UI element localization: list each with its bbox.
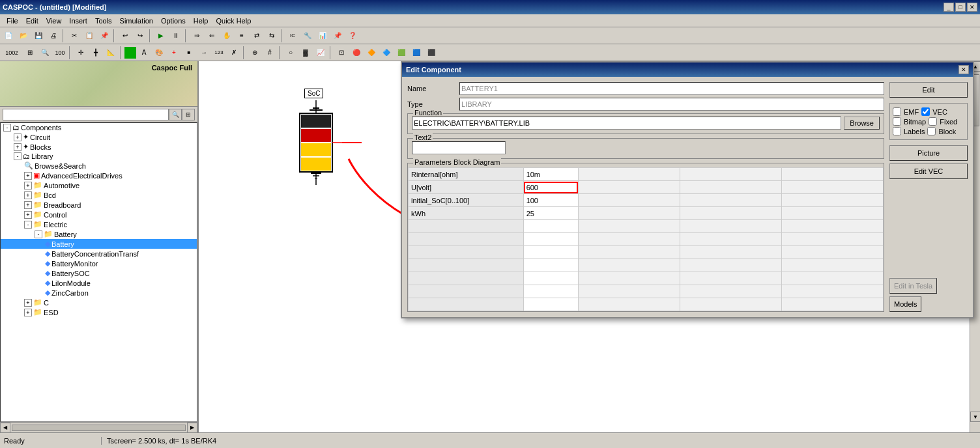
misc4[interactable]: 🟩 xyxy=(394,46,409,60)
labels-checkbox[interactable] xyxy=(893,127,901,135)
list-tool[interactable]: ≡ xyxy=(235,29,249,43)
tool-x[interactable]: ✗ xyxy=(227,46,241,60)
tree-item-batt-mon[interactable]: ◆ BatteryMonitor xyxy=(1,259,197,268)
misc1[interactable]: 🔴 xyxy=(349,46,364,60)
misc2[interactable]: 🔶 xyxy=(364,46,379,60)
text-tool[interactable]: A xyxy=(137,46,151,60)
tree-item-bread[interactable]: + 📁 Breadboard xyxy=(1,200,197,210)
ic-tool[interactable]: IC xyxy=(285,29,300,43)
tree-item-battery-folder[interactable]: - 📁 Battery xyxy=(1,229,197,239)
tree-item-blocks[interactable]: + ✦ Blocks xyxy=(1,142,197,152)
tree-item-browse[interactable]: 🔍 Browse&Search xyxy=(1,161,197,171)
scroll-right-btn[interactable]: ▶ xyxy=(187,423,197,433)
chart-tool[interactable]: 📈 xyxy=(313,46,328,60)
maximize-button[interactable]: □ xyxy=(955,3,966,12)
tree-item-circuit[interactable]: + ✦ Circuit xyxy=(1,132,197,142)
menu-view[interactable]: View xyxy=(42,16,66,26)
type-input[interactable] xyxy=(459,98,884,111)
expand-battery-folder[interactable]: - xyxy=(35,231,42,238)
function-input[interactable] xyxy=(412,117,841,130)
tool2[interactable]: ⇐ xyxy=(205,29,219,43)
menu-help[interactable]: Help xyxy=(190,16,212,26)
tree-item-liion[interactable]: ◆ LiIonModule xyxy=(1,278,197,288)
crosshair[interactable]: ⊕ xyxy=(248,46,262,60)
expand-esd[interactable]: + xyxy=(24,309,32,316)
expand-c[interactable]: + xyxy=(24,299,32,307)
pause-button[interactable]: ⏸ xyxy=(169,29,183,43)
bitmap-checkbox[interactable] xyxy=(893,117,901,126)
minimize-button[interactable]: _ xyxy=(944,3,954,12)
bar-tool[interactable]: ▓ xyxy=(298,46,313,60)
vec-checkbox[interactable] xyxy=(921,107,930,116)
expand-auto[interactable]: + xyxy=(24,182,32,189)
expand-library[interactable]: - xyxy=(14,152,22,160)
tool6[interactable]: 📊 xyxy=(315,29,330,43)
tree-item-control[interactable]: + 📁 Control xyxy=(1,210,197,219)
undo-button[interactable]: ↩ xyxy=(118,29,132,43)
text2-input[interactable] xyxy=(412,141,506,154)
cross-tool[interactable]: ✛ xyxy=(74,46,88,60)
hscroll-thumb[interactable] xyxy=(12,425,186,431)
edit-button[interactable]: Edit xyxy=(889,82,968,98)
menu-edit[interactable]: Edit xyxy=(22,16,42,26)
boundary-tool[interactable]: ⊡ xyxy=(334,46,349,60)
save-button[interactable]: 💾 xyxy=(31,29,46,43)
expand-components[interactable]: - xyxy=(3,124,11,132)
color-green[interactable] xyxy=(124,47,136,59)
print-button[interactable]: 🖨 xyxy=(46,29,61,43)
expand-control[interactable]: + xyxy=(24,211,32,219)
tree-item-esd[interactable]: + 📁 ESD xyxy=(1,307,197,317)
close-button[interactable]: ✕ xyxy=(967,3,977,12)
tool1[interactable]: ⇒ xyxy=(190,29,204,43)
misc3[interactable]: 🔷 xyxy=(379,46,394,60)
menu-simulation[interactable]: Simulation xyxy=(116,16,157,26)
tree-item-components[interactable]: - 🗂 Components xyxy=(1,123,197,132)
misc6[interactable]: ⬛ xyxy=(424,46,439,60)
name-input[interactable] xyxy=(459,82,884,95)
expand-circuit[interactable]: + xyxy=(14,133,22,141)
menu-file[interactable]: File xyxy=(3,16,22,26)
expand-bread[interactable]: + xyxy=(24,201,32,209)
models-button[interactable]: Models xyxy=(889,296,921,312)
param-val-uvolt[interactable] xyxy=(523,181,578,194)
tree-item-library[interactable]: - 🗂 Library xyxy=(1,152,197,161)
edit-in-tesla-button[interactable]: Edit in Tesla xyxy=(889,278,937,294)
block-checkbox[interactable] xyxy=(927,127,936,135)
picture-button[interactable]: Picture xyxy=(889,145,968,161)
menu-insert[interactable]: Insert xyxy=(65,16,91,26)
expand-bcd[interactable]: + xyxy=(24,191,32,199)
redo-button[interactable]: ↪ xyxy=(133,29,147,43)
run-button[interactable]: ▶ xyxy=(154,29,168,43)
param-val-soc[interactable]: 100 xyxy=(523,194,578,207)
menu-quick-help[interactable]: Quick Help xyxy=(212,16,255,26)
zoom-fit[interactable]: ⊞ xyxy=(23,46,37,60)
browse-button[interactable]: Browse xyxy=(844,117,880,130)
tree-scroll[interactable]: - 🗂 Components + ✦ Circuit + ✦ Blocks xyxy=(1,123,197,421)
hand-tool[interactable]: ✋ xyxy=(220,29,234,43)
tree-item-batt-soc[interactable]: ◆ BatterySOC xyxy=(1,268,197,278)
open-button[interactable]: 📂 xyxy=(16,29,31,43)
tree-item-zinc[interactable]: ◆ ZincCarbon xyxy=(1,288,197,298)
menu-options[interactable]: Options xyxy=(157,16,190,26)
tree-item-bcd[interactable]: + 📁 Bcd xyxy=(1,190,197,200)
tool4[interactable]: ⇆ xyxy=(265,29,279,43)
param-val-rinternal[interactable]: 10m xyxy=(523,168,578,181)
param-val-kwh[interactable]: 25 xyxy=(523,207,578,220)
emf-checkbox[interactable] xyxy=(893,107,901,116)
tool7[interactable]: 📌 xyxy=(330,29,345,43)
grid-tool[interactable]: # xyxy=(263,46,277,60)
color-bar[interactable]: ■ xyxy=(182,46,196,60)
zoom-num[interactable]: 100 xyxy=(53,46,67,60)
copy-button[interactable]: 📋 xyxy=(82,29,96,43)
plus-red[interactable]: + xyxy=(167,46,181,60)
tree-hscroll[interactable]: ◀ ▶ xyxy=(0,422,197,432)
uvolt-input[interactable] xyxy=(524,182,578,193)
tool8[interactable]: ❓ xyxy=(345,29,360,43)
edit-vec-button[interactable]: Edit VEC xyxy=(889,163,968,179)
scroll-left-btn[interactable]: ◀ xyxy=(0,423,10,433)
comp-tool[interactable]: 📐 xyxy=(104,46,118,60)
menu-tools[interactable]: Tools xyxy=(91,16,116,26)
battery-canvas-component[interactable]: SoC xyxy=(290,100,342,206)
new-button[interactable]: 📄 xyxy=(1,29,16,43)
tool3[interactable]: ⇄ xyxy=(250,29,264,43)
